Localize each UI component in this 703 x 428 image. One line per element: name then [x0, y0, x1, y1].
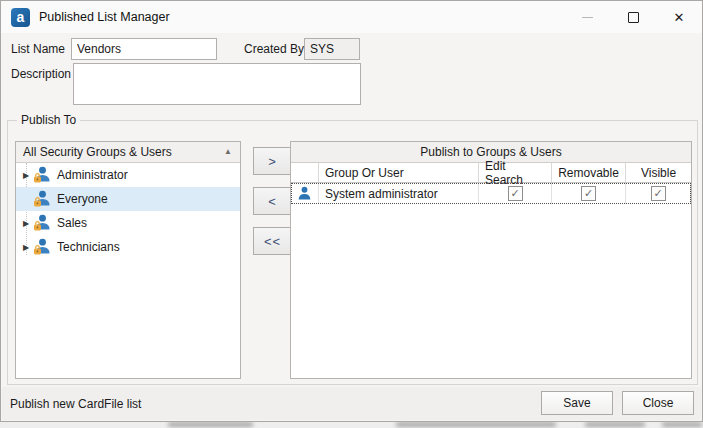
security-groups-list[interactable]: All Security Groups & Users ▲ ▶ Administ… [15, 141, 241, 379]
window-title: Published List Manager [39, 10, 170, 24]
publish-to-table-column-headers[interactable]: Group Or User Edit Search Removable Visi… [291, 163, 691, 183]
security-groups-list-header[interactable]: All Security Groups & Users ▲ [16, 142, 240, 163]
list-name-input[interactable] [71, 38, 217, 60]
sort-ascending-icon: ▲ [224, 147, 232, 156]
tree-item-administrator[interactable]: ▶ Administrator [16, 163, 240, 187]
minimize-button [564, 1, 610, 33]
background-window-artifact [662, 422, 702, 427]
group-lock-icon [32, 190, 52, 209]
removable-checkbox[interactable]: ✓ [581, 186, 596, 201]
title-bar[interactable]: a Published List Manager ✕ [1, 1, 702, 33]
user-icon [297, 186, 312, 201]
published-list-manager-dialog: a Published List Manager ✕ List Name Cre… [0, 0, 703, 422]
remove-selected-button[interactable]: < [253, 187, 292, 215]
publish-to-table[interactable]: Publish to Groups & Users Group Or User … [290, 141, 692, 379]
created-by-input [304, 38, 360, 60]
security-groups-list-header-label: All Security Groups & Users [23, 145, 172, 159]
table-row-system-administrator[interactable]: System administrator ✓ ✓ ✓ [291, 183, 691, 204]
group-lock-icon [32, 166, 52, 185]
group-lock-icon [32, 214, 52, 233]
expand-arrow-icon[interactable]: ▶ [20, 219, 32, 228]
edit-search-checkbox[interactable]: ✓ [508, 186, 523, 201]
tree-item-label: Everyone [57, 192, 108, 206]
window-controls: ✕ [564, 1, 702, 33]
background-window-artifact [585, 422, 645, 427]
expand-arrow-icon[interactable]: ▶ [20, 171, 32, 180]
close-button[interactable]: ✕ [656, 1, 702, 33]
tree-item-technicians[interactable]: ▶ Technicians [16, 235, 240, 259]
publish-to-group-label: Publish To [17, 113, 80, 127]
app-logo-icon: a [11, 8, 30, 27]
footer-bar: Publish new CardFile list Save Close [2, 387, 701, 420]
column-header-edit-search[interactable]: Edit Search [479, 163, 552, 182]
background-window-artifact [168, 422, 253, 427]
close-dialog-button[interactable]: Close [622, 391, 694, 415]
maximize-icon [628, 12, 639, 23]
tree-item-label: Technicians [57, 240, 120, 254]
maximize-button[interactable] [610, 1, 656, 33]
created-by-label: Created By [244, 42, 304, 56]
add-selected-button[interactable]: > [253, 147, 292, 175]
tree-item-label: Administrator [57, 168, 128, 182]
background-window-artifact [396, 422, 556, 427]
close-icon: ✕ [674, 11, 685, 24]
row-group-or-user-name: System administrator [319, 183, 479, 204]
minimize-icon [582, 17, 593, 18]
list-name-label: List Name [11, 42, 65, 56]
tree-item-sales[interactable]: ▶ Sales [16, 211, 240, 235]
column-header-visible[interactable]: Visible [626, 163, 691, 182]
column-header-group-or-user[interactable]: Group Or User [319, 163, 479, 182]
expand-arrow-icon[interactable]: ▶ [20, 243, 32, 252]
visible-checkbox[interactable]: ✓ [651, 186, 666, 201]
remove-all-button[interactable]: << [253, 227, 292, 255]
tree-item-everyone[interactable]: ▶ Everyone [16, 187, 240, 211]
description-input[interactable] [73, 63, 361, 105]
save-button[interactable]: Save [541, 391, 613, 415]
group-lock-icon [32, 238, 52, 257]
status-text: Publish new CardFile list [10, 397, 141, 411]
column-header-icon [291, 163, 319, 182]
tree-item-label: Sales [57, 216, 87, 230]
description-label: Description [11, 67, 71, 81]
column-header-removable[interactable]: Removable [552, 163, 626, 182]
